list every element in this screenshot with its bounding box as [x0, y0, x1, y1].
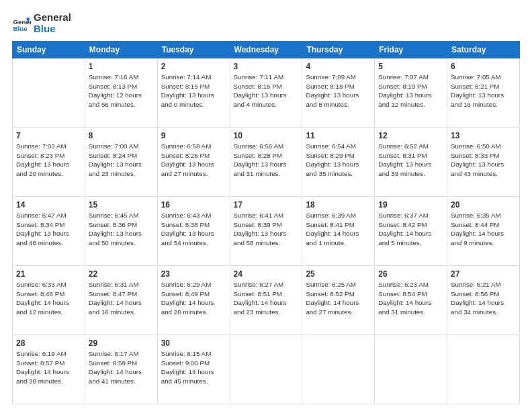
calendar-cell: 8Sunrise: 7:00 AM Sunset: 8:24 PM Daylig… — [85, 128, 157, 197]
day-number: 14 — [16, 199, 81, 210]
calendar-cell: 24Sunrise: 6:27 AM Sunset: 8:51 PM Dayli… — [230, 266, 302, 335]
day-info: Sunrise: 7:09 AM Sunset: 8:18 PM Dayligh… — [306, 73, 371, 109]
day-info: Sunrise: 6:15 AM Sunset: 9:00 PM Dayligh… — [161, 349, 226, 385]
calendar-cell: 2Sunrise: 7:14 AM Sunset: 8:15 PM Daylig… — [157, 58, 230, 128]
calendar-cell: 13Sunrise: 6:50 AM Sunset: 8:33 PM Dayli… — [447, 128, 520, 197]
day-info: Sunrise: 7:07 AM Sunset: 8:19 PM Dayligh… — [378, 73, 443, 109]
day-info: Sunrise: 6:56 AM Sunset: 8:28 PM Dayligh… — [234, 142, 299, 178]
calendar-cell — [13, 58, 85, 128]
calendar-cell: 7Sunrise: 7:03 AM Sunset: 8:23 PM Daylig… — [13, 128, 85, 197]
col-monday: Monday — [85, 42, 157, 58]
calendar-week-row: 21Sunrise: 6:33 AM Sunset: 8:46 PM Dayli… — [13, 266, 520, 335]
day-number: 10 — [234, 130, 299, 141]
day-number: 11 — [306, 130, 371, 141]
day-info: Sunrise: 7:00 AM Sunset: 8:24 PM Dayligh… — [89, 142, 154, 178]
day-info: Sunrise: 6:43 AM Sunset: 8:38 PM Dayligh… — [161, 211, 226, 247]
day-info: Sunrise: 6:29 AM Sunset: 8:49 PM Dayligh… — [161, 280, 226, 316]
day-info: Sunrise: 6:31 AM Sunset: 8:47 PM Dayligh… — [89, 280, 154, 316]
calendar-header-row: Sunday Monday Tuesday Wednesday Thursday… — [13, 42, 520, 58]
calendar-cell: 18Sunrise: 6:39 AM Sunset: 8:41 PM Dayli… — [302, 197, 375, 266]
day-info: Sunrise: 6:39 AM Sunset: 8:41 PM Dayligh… — [306, 211, 371, 247]
day-number: 7 — [16, 130, 81, 141]
day-number: 28 — [16, 338, 81, 349]
calendar-cell: 14Sunrise: 6:47 AM Sunset: 8:34 PM Dayli… — [13, 197, 85, 266]
calendar-cell — [230, 335, 302, 404]
calendar-cell: 25Sunrise: 6:25 AM Sunset: 8:52 PM Dayli… — [302, 266, 375, 335]
calendar-cell: 6Sunrise: 7:05 AM Sunset: 8:21 PM Daylig… — [447, 58, 520, 128]
calendar-cell: 29Sunrise: 6:17 AM Sunset: 8:59 PM Dayli… — [85, 335, 157, 404]
day-number: 6 — [451, 61, 516, 72]
day-info: Sunrise: 7:05 AM Sunset: 8:21 PM Dayligh… — [451, 73, 516, 109]
calendar-week-row: 7Sunrise: 7:03 AM Sunset: 8:23 PM Daylig… — [13, 128, 520, 197]
day-number: 27 — [451, 269, 516, 279]
day-number: 15 — [89, 199, 154, 210]
day-number: 16 — [161, 199, 226, 210]
logo-blue: Blue — [34, 24, 71, 35]
day-number: 4 — [306, 61, 371, 72]
calendar-cell: 30Sunrise: 6:15 AM Sunset: 9:00 PM Dayli… — [157, 335, 230, 404]
calendar-cell: 20Sunrise: 6:35 AM Sunset: 8:44 PM Dayli… — [447, 197, 520, 266]
col-friday: Friday — [375, 42, 447, 58]
day-info: Sunrise: 6:33 AM Sunset: 8:46 PM Dayligh… — [16, 280, 81, 316]
day-number: 9 — [161, 130, 226, 141]
day-number: 19 — [378, 199, 443, 210]
calendar-body: 1Sunrise: 7:16 AM Sunset: 8:13 PM Daylig… — [13, 58, 520, 404]
day-number: 29 — [89, 338, 154, 349]
calendar-cell — [447, 335, 520, 404]
day-info: Sunrise: 6:37 AM Sunset: 8:42 PM Dayligh… — [378, 211, 443, 247]
day-number: 2 — [161, 61, 226, 72]
col-wednesday: Wednesday — [230, 42, 302, 58]
calendar-week-row: 14Sunrise: 6:47 AM Sunset: 8:34 PM Dayli… — [13, 197, 520, 266]
calendar-cell: 12Sunrise: 6:52 AM Sunset: 8:31 PM Dayli… — [375, 128, 447, 197]
header: General Blue General Blue — [12, 12, 520, 34]
day-number: 12 — [378, 130, 443, 141]
calendar-cell — [302, 335, 375, 404]
day-info: Sunrise: 6:25 AM Sunset: 8:52 PM Dayligh… — [306, 280, 371, 316]
calendar-cell: 23Sunrise: 6:29 AM Sunset: 8:49 PM Dayli… — [157, 266, 230, 335]
col-sunday: Sunday — [13, 42, 85, 58]
svg-text:Blue: Blue — [13, 25, 28, 32]
calendar-cell: 9Sunrise: 6:58 AM Sunset: 8:26 PM Daylig… — [157, 128, 230, 197]
day-number: 26 — [378, 269, 443, 279]
calendar-cell: 16Sunrise: 6:43 AM Sunset: 8:38 PM Dayli… — [157, 197, 230, 266]
calendar-cell: 17Sunrise: 6:41 AM Sunset: 8:39 PM Dayli… — [230, 197, 302, 266]
day-info: Sunrise: 6:52 AM Sunset: 8:31 PM Dayligh… — [378, 142, 443, 178]
col-thursday: Thursday — [302, 42, 375, 58]
day-info: Sunrise: 6:45 AM Sunset: 8:36 PM Dayligh… — [89, 211, 154, 247]
day-number: 23 — [161, 269, 226, 279]
calendar-cell: 5Sunrise: 7:07 AM Sunset: 8:19 PM Daylig… — [375, 58, 447, 128]
day-info: Sunrise: 6:41 AM Sunset: 8:39 PM Dayligh… — [234, 211, 299, 247]
day-number: 5 — [378, 61, 443, 72]
day-info: Sunrise: 7:11 AM Sunset: 8:16 PM Dayligh… — [234, 73, 299, 109]
day-number: 20 — [451, 199, 516, 210]
calendar-cell: 1Sunrise: 7:16 AM Sunset: 8:13 PM Daylig… — [85, 58, 157, 128]
day-info: Sunrise: 7:14 AM Sunset: 8:15 PM Dayligh… — [161, 73, 226, 109]
calendar-cell: 11Sunrise: 6:54 AM Sunset: 8:29 PM Dayli… — [302, 128, 375, 197]
day-number: 18 — [306, 199, 371, 210]
calendar-cell: 22Sunrise: 6:31 AM Sunset: 8:47 PM Dayli… — [85, 266, 157, 335]
calendar-cell: 27Sunrise: 6:21 AM Sunset: 8:56 PM Dayli… — [447, 266, 520, 335]
day-info: Sunrise: 6:35 AM Sunset: 8:44 PM Dayligh… — [451, 211, 516, 247]
day-number: 21 — [16, 269, 81, 279]
logo: General Blue General Blue — [12, 12, 71, 34]
day-number: 13 — [451, 130, 516, 141]
day-number: 8 — [89, 130, 154, 141]
calendar-week-row: 28Sunrise: 6:19 AM Sunset: 8:57 PM Dayli… — [13, 335, 520, 404]
calendar-week-row: 1Sunrise: 7:16 AM Sunset: 8:13 PM Daylig… — [13, 58, 520, 128]
day-info: Sunrise: 7:16 AM Sunset: 8:13 PM Dayligh… — [89, 73, 154, 109]
calendar-cell: 19Sunrise: 6:37 AM Sunset: 8:42 PM Dayli… — [375, 197, 447, 266]
day-number: 3 — [234, 61, 299, 72]
day-info: Sunrise: 6:54 AM Sunset: 8:29 PM Dayligh… — [306, 142, 371, 178]
day-info: Sunrise: 7:03 AM Sunset: 8:23 PM Dayligh… — [16, 142, 81, 178]
day-info: Sunrise: 6:27 AM Sunset: 8:51 PM Dayligh… — [234, 280, 299, 316]
day-info: Sunrise: 6:23 AM Sunset: 8:54 PM Dayligh… — [378, 280, 443, 316]
calendar-cell — [375, 335, 447, 404]
calendar-cell: 26Sunrise: 6:23 AM Sunset: 8:54 PM Dayli… — [375, 266, 447, 335]
calendar-cell: 21Sunrise: 6:33 AM Sunset: 8:46 PM Dayli… — [13, 266, 85, 335]
calendar-cell: 10Sunrise: 6:56 AM Sunset: 8:28 PM Dayli… — [230, 128, 302, 197]
calendar-cell: 4Sunrise: 7:09 AM Sunset: 8:18 PM Daylig… — [302, 58, 375, 128]
calendar-cell: 3Sunrise: 7:11 AM Sunset: 8:16 PM Daylig… — [230, 58, 302, 128]
day-number: 1 — [89, 61, 154, 72]
col-saturday: Saturday — [447, 42, 520, 58]
calendar-cell: 15Sunrise: 6:45 AM Sunset: 8:36 PM Dayli… — [85, 197, 157, 266]
